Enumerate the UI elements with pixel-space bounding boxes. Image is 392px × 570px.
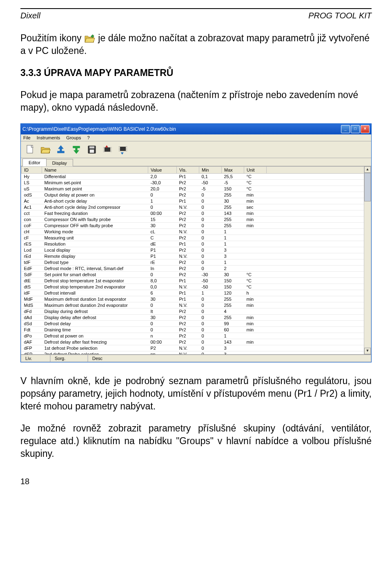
table-row[interactable]: dFP1st defrost Probe selectionP2N.V.03 [22, 345, 371, 351]
table-row[interactable]: HyDifferential2,0Pr10,125,5°C [22, 174, 371, 180]
table-row[interactable]: dPoDefrost at power onnPr201 [22, 333, 371, 339]
table-row[interactable]: dSP2nd defrost Probe selectionnpN.V.03 [22, 351, 371, 355]
table-row[interactable]: uSMaximum set point20,0Pr2-5150°C [22, 186, 371, 192]
cell-name: Measuring unit [42, 235, 148, 241]
cell-min: -5 [199, 186, 222, 192]
cell-value: 30 [148, 223, 177, 229]
col-unit[interactable]: Unit [244, 167, 267, 174]
cell-max: 150 [222, 278, 244, 284]
table-row[interactable]: rESResolutiondEPr101 [22, 241, 371, 247]
svg-rect-5 [90, 150, 94, 153]
cell-unit: °C [244, 284, 267, 290]
table-row[interactable]: Ac1Anti-short cycle delay 2nd compressor… [22, 204, 371, 210]
cell-value: 0 [148, 204, 177, 210]
app-window: C:\Programmi\Dixell\EasyProg\epmaps\WING… [20, 123, 372, 362]
cell-id: dFP [22, 345, 42, 351]
cell-name: Defrost mode : RTC, interval, Smart-def [42, 266, 148, 272]
table-row[interactable]: FdtDraining time0Pr2060min [22, 327, 371, 333]
upload-icon[interactable] [54, 143, 67, 156]
new-file-icon[interactable] [23, 143, 36, 156]
cell-min: 0 [199, 204, 222, 210]
col-max[interactable]: Max [222, 167, 244, 174]
table-row[interactable]: cFMeasuring unitCPr201 [22, 235, 371, 241]
cell-name: Anti-short cycle delay [42, 198, 148, 204]
cell-value: 8,0 [148, 278, 177, 284]
scroll-down-icon[interactable]: ▼ [364, 348, 371, 354]
col-vis[interactable]: Vis. [177, 167, 199, 174]
cell-min: 0 [199, 247, 222, 253]
table-row[interactable]: dFdDisplay during defrostItPr204 [22, 308, 371, 315]
cell-max: 1 [222, 229, 244, 235]
cell-vis: Pr2 [177, 321, 199, 327]
col-min[interactable]: Min [199, 167, 222, 174]
cell-vis: N.V. [177, 284, 199, 290]
table-row[interactable]: rEdRemote displayP1N.V.03 [22, 253, 371, 259]
svg-rect-6 [105, 148, 110, 152]
cell-name: Set point for smart defrost [42, 272, 148, 278]
table-row[interactable]: EdFDefrost mode : RTC, interval, Smart-d… [22, 266, 371, 272]
table-row[interactable]: SdFSet point for smart defrost0Pr2-3030°… [22, 272, 371, 278]
section-heading: 3.3.3 ÚPRAVA MAPY PARAMETRŮ [20, 67, 372, 79]
table-row[interactable]: coFCompressor OFF with faulty probe30Pr2… [22, 223, 371, 229]
cell-id: cH [22, 229, 42, 235]
cell-min: 0 [199, 315, 222, 321]
save-disk-icon[interactable] [85, 143, 98, 156]
table-row[interactable]: MdFMaximum defrost duration 1st evaporat… [22, 296, 371, 302]
col-value[interactable]: Value [148, 167, 177, 174]
menu-instruments[interactable]: Instruments [37, 135, 60, 140]
table-row[interactable]: LSMinimum set-point-30,0Pr2-50-5°C [22, 180, 371, 186]
cell-min: 1 [199, 290, 222, 296]
col-id[interactable]: ID [22, 167, 42, 174]
scroll-thumb[interactable] [364, 173, 371, 201]
scroll-up-icon[interactable]: ▲ [364, 166, 371, 173]
maximize-button[interactable]: □ [351, 125, 360, 133]
titlebar[interactable]: C:\Programmi\Dixell\EasyProg\epmaps\WING… [21, 124, 371, 134]
cell-id: rES [22, 241, 42, 247]
cell-id: con [22, 217, 42, 223]
cell-name: Maximum set point [42, 186, 148, 192]
table-row[interactable]: idFDefrost intervall6Pr11120h [22, 290, 371, 296]
vertical-scrollbar[interactable]: ▲ ▼ [364, 166, 371, 354]
cell-unit: min [244, 296, 267, 302]
cell-value: 30 [148, 315, 177, 321]
table-row[interactable]: dAdDisplay delay after defrost30Pr20255m… [22, 315, 371, 321]
table-row[interactable]: conCompressor ON with faulty probe15Pr20… [22, 217, 371, 223]
cell-value: It [148, 308, 177, 315]
table-row[interactable]: dtSDefrost stop temperature 2nd evaporat… [22, 284, 371, 290]
col-name[interactable]: Name [42, 167, 148, 174]
cell-unit [244, 241, 267, 247]
cell-min: 0 [199, 217, 222, 223]
cell-id: Ac1 [22, 204, 42, 210]
cell-min: 0 [199, 308, 222, 315]
cell-min: 0 [199, 241, 222, 247]
table-row[interactable]: dtEDefrost stop temperature 1st evaporat… [22, 278, 371, 284]
cell-min: -50 [199, 284, 222, 290]
footer-desc: Desc [88, 355, 371, 362]
cell-name: Maximum defrost duration 2nd evaporator [42, 302, 148, 308]
close-button[interactable]: × [361, 125, 370, 133]
table-row[interactable]: cHWorking modecLN.V.01 [22, 229, 371, 235]
menu-file[interactable]: File [23, 135, 31, 140]
table-row[interactable]: LodLocal displayP1Pr203 [22, 247, 371, 253]
table-row[interactable]: AcAnti-short cycle delay1Pr1030min [22, 198, 371, 204]
download-icon[interactable] [70, 143, 83, 156]
table-row[interactable]: MdSMaximum defrost duration 2nd evaporat… [22, 302, 371, 308]
menu-help[interactable]: ? [87, 135, 89, 140]
chip-write-icon[interactable] [116, 143, 129, 156]
table-row[interactable]: odSOutput delay at power on0Pr20255min [22, 192, 371, 198]
cell-vis: Pr2 [177, 272, 199, 278]
table-row[interactable]: dAFDefrost delay after fast freezing00:0… [22, 339, 371, 345]
table-header-row: ID Name Value Vis. Min Max Unit [22, 167, 371, 174]
menu-groups[interactable]: Groups [66, 135, 81, 140]
open-folder-icon[interactable] [39, 143, 52, 156]
table-row[interactable]: tdFDefrost typerEPr201 [22, 259, 371, 266]
table-row[interactable]: cctFast freezing duration00:00Pr20143min [22, 210, 371, 217]
minimize-button[interactable]: _ [341, 125, 350, 133]
cell-id: cct [22, 210, 42, 217]
tab-display[interactable]: Display [46, 159, 73, 167]
table-row[interactable]: dSdDefrost delay0Pr2099min [22, 321, 371, 327]
chip-read-icon[interactable] [101, 143, 114, 156]
status-footer: Liv. Sorg. Desc [21, 354, 371, 362]
tab-editor[interactable]: Editor [22, 159, 47, 166]
cell-max: -5 [222, 180, 244, 186]
